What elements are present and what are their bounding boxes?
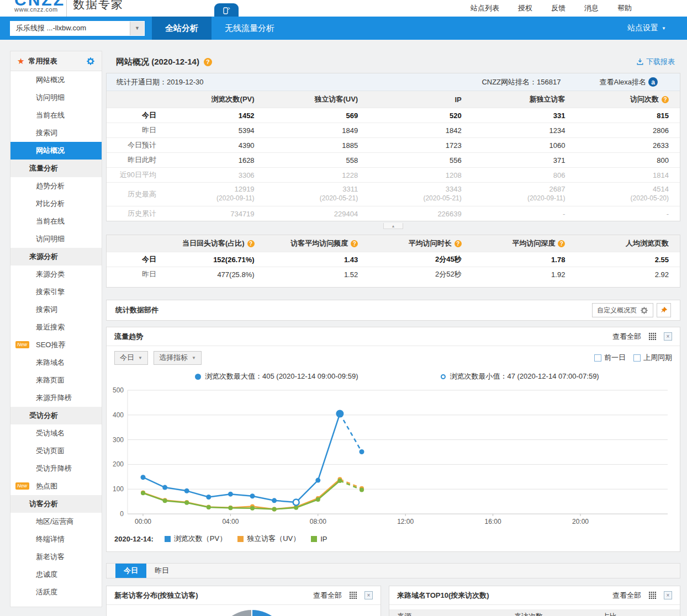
checkbox-icon[interactable] [594,354,601,362]
table-cell: 2806 [576,126,680,135]
grid-icon[interactable] [350,592,357,599]
sidebar-item[interactable]: 对比分析 [10,195,102,213]
table-cell: 558 [266,156,369,164]
visitor-distribution-panel: 新老访客分布(按独立访客) 查看全部 × [106,586,381,616]
tab-wireless-analysis[interactable]: 无线流量分析 [212,17,288,40]
sidebar-item[interactable]: 访问明细 [10,230,102,248]
close-icon[interactable]: × [364,591,373,599]
row-label: 今日 [107,254,162,264]
sidebar-item[interactable]: 地区/运营商 [10,513,102,530]
view-all-link[interactable]: 查看全部 [313,591,342,601]
tab-full-site-analysis[interactable]: 全站分析 [152,17,212,40]
sidebar-item[interactable]: 当前在线 [10,213,102,230]
sidebar-item[interactable]: 来源升降榜 [10,389,102,407]
grid-icon[interactable] [649,333,656,340]
compare-checkbox[interactable]: 前一日 [594,353,626,363]
sidebar-item[interactable]: 受访升降榜 [10,460,102,477]
sidebar-item[interactable]: 最近搜索 [10,318,102,336]
topnav-link[interactable]: 消息 [584,3,599,13]
referrer-panel-header: 来路域名TOP10(按来访次数) 查看全部 × [389,586,680,605]
checkbox-icon[interactable] [633,354,641,362]
close-icon[interactable]: × [664,332,672,341]
period-dropdown[interactable]: 今日 ▼ [114,351,148,365]
sidebar-section[interactable]: 流量分析 [10,160,102,177]
help-icon[interactable]: ? [662,96,669,103]
table-cell: 800 [576,156,680,164]
site-selector[interactable]: 乐乐线报 ...-llxbw.com ▼ [10,21,145,36]
sidebar-item[interactable]: 新老访客 [10,548,102,566]
topnav-link[interactable]: 授权 [518,3,532,13]
help-icon[interactable]: ? [558,240,565,247]
sidebar-item[interactable]: 来路页面 [10,371,102,389]
sidebar-item[interactable]: 网站概况 [10,71,102,89]
help-icon[interactable]: ? [247,240,255,247]
sidebar-item-label: 来源升降榜 [36,394,72,402]
sidebar-section[interactable]: 来源分析 [10,248,102,265]
cnzz-logo-url: www.cnzz.com [14,6,58,13]
trend-chart[interactable]: 010020030040050000:0004:0008:0012:0016:0… [107,384,679,530]
close-icon[interactable]: × [664,591,672,599]
site-settings-menu[interactable]: 站点设置 ▼ [627,23,666,33]
sidebar-item[interactable]: 活跃度 [10,583,102,601]
sidebar-item[interactable]: 网站概况 [10,142,102,160]
table-header-row: 浏览次数(PV)独立访客(UV)IP新独立访客访问次数? [107,91,680,108]
topnav-link[interactable]: 反馈 [551,3,566,13]
svg-text:0: 0 [120,510,124,518]
topnav-link[interactable]: 帮助 [617,3,632,13]
table-cell: 1452 [162,111,266,120]
collapse-button[interactable]: ▲ [383,223,403,229]
sidebar-item[interactable]: 忠诚度 [10,566,102,583]
help-icon[interactable]: ? [351,240,358,247]
row-label: 历史最高 [107,189,162,199]
sidebar-item[interactable]: New热点图 [10,477,102,495]
sidebar-item-label: 新老访客 [36,553,65,561]
help-icon[interactable]: ? [455,240,462,247]
sidebar-item[interactable]: 受访页面 [10,442,102,460]
sidebar-item[interactable]: 搜索词 [10,301,102,318]
metric-dropdown[interactable]: 选择指标 ▼ [154,351,202,365]
topnav-link[interactable]: 站点列表 [471,3,499,13]
sidebar-item[interactable]: 搜索词 [10,124,102,142]
gear-icon[interactable] [86,57,95,66]
compare-checkbox[interactable]: 上周同期 [633,353,672,363]
sidebar-item[interactable]: 访问明细 [10,89,102,107]
pin-button[interactable] [657,303,671,317]
customize-overview-button[interactable]: 自定义概况页 [592,303,653,317]
help-icon[interactable]: ? [204,58,212,66]
sidebar-section[interactable]: 访客分析 [10,495,102,513]
sidebar-item-label: 受访升降榜 [36,464,72,472]
sidebar-item[interactable]: 终端详情 [10,530,102,548]
column-header: IP [369,95,473,104]
open-date: 统计开通日期：2019-12-30 [117,77,204,87]
sidebar-item[interactable]: 来路域名 [10,354,102,371]
chevron-down-icon[interactable]: ▼ [130,22,144,35]
view-all-link[interactable]: 查看全部 [612,591,641,601]
table-row: 近90日平均3306122812088061814 [107,167,680,182]
table-cell: 2分45秒 [369,254,473,264]
table-cell: 4390 [162,141,266,150]
sidebar-item[interactable]: 来源分类 [10,265,102,283]
day-tab-today[interactable]: 今日 [115,564,146,578]
sidebar-item[interactable]: NewSEO推荐 [10,336,102,354]
row-label: 今日预计 [107,140,162,150]
download-report-link[interactable]: 下载报表 [636,57,675,67]
sidebar-item[interactable]: 受访域名 [10,424,102,442]
main-content: 网站概况 (2020-12-14) ? 下载报表 统计开通日期：2019-12-… [106,51,680,616]
day-tab-yesterday[interactable]: 昨日 [146,564,177,578]
sidebar-item-label: 受访域名 [36,429,65,437]
svg-text:100: 100 [113,485,124,493]
sidebar-item[interactable]: 趋势分析 [10,177,102,195]
row-label: 昨日 [107,125,162,135]
sidebar-section[interactable]: 受访分析 [10,407,102,424]
sidebar-item[interactable]: 搜索引擎 [10,283,102,301]
gear-icon [640,306,648,315]
referrer-column-header: 来源 [389,612,514,616]
view-all-link[interactable]: 查看全部 [612,332,641,342]
wireless-phone-icon[interactable] [214,3,239,17]
grid-icon[interactable] [649,592,656,599]
alexa-rank-link[interactable]: 查看Alexa排名 a [599,77,658,87]
sidebar-item-label: 访问明细 [36,235,65,243]
min-dot-icon [441,374,446,379]
sidebar-item[interactable]: 当前在线 [10,107,102,124]
table-cell: 1208 [369,171,473,179]
